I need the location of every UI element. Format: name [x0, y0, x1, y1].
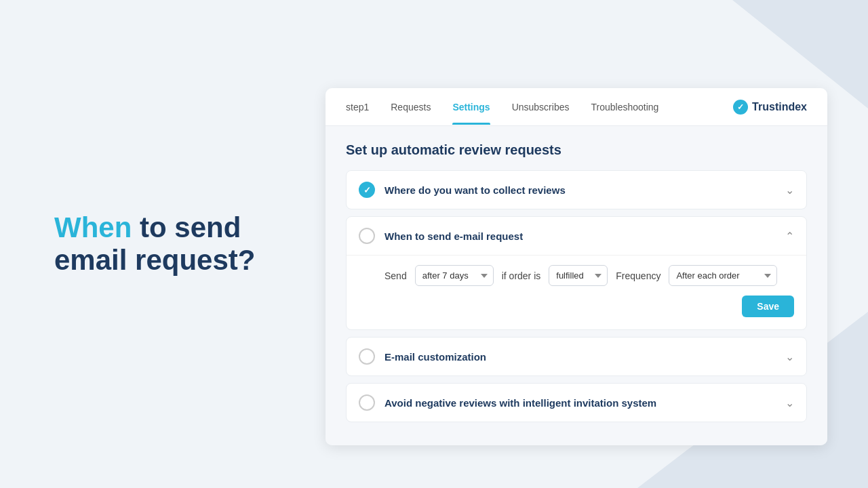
main-card: step1 Requests Settings Unsubscribes Tro… [326, 88, 827, 445]
accordion-item-2: When to send e-mail request ⌃ Send after… [346, 216, 807, 330]
nav-dashboard[interactable]: step1 [346, 89, 369, 125]
save-button[interactable]: Save [742, 296, 794, 317]
nav-bar: step1 Requests Settings Unsubscribes Tro… [326, 88, 827, 126]
content-area: Set up automatic review requests Where d… [326, 126, 827, 445]
logo-icon: ✓ [733, 100, 748, 115]
nav-requests[interactable]: Requests [391, 89, 431, 125]
accordion-item-3: E-mail customization ⌄ [346, 337, 807, 376]
accordion-header-4[interactable]: Avoid negative reviews with intelligent … [347, 384, 806, 422]
send-row: Send after 7 days after 3 days after 14 … [384, 265, 794, 286]
headline-block: When to send email request? [54, 211, 292, 277]
section-title: Set up automatic review requests [346, 142, 807, 158]
nav-unsubscribes[interactable]: Unsubscribes [512, 89, 570, 125]
chevron-down-icon-3: ⌄ [785, 350, 794, 363]
nav-links: step1 Requests Settings Unsubscribes Tro… [346, 89, 733, 125]
chevron-down-icon-4: ⌄ [785, 396, 794, 409]
step-icon-3 [359, 348, 375, 365]
chevron-down-icon-1: ⌄ [785, 184, 794, 197]
send-label: Send [384, 270, 407, 281]
after-days-select[interactable]: after 7 days after 3 days after 14 days … [415, 265, 494, 286]
accordion-item-4: Avoid negative reviews with intelligent … [346, 383, 807, 422]
accordion-item-1: Where do you want to collect reviews ⌄ [346, 170, 807, 209]
headline-part2: to send [132, 211, 241, 243]
accordion-label-3: E-mail customization [384, 351, 785, 363]
fulfilled-select[interactable]: fulfilled pending shipped [549, 265, 608, 286]
step-icon-1 [359, 182, 375, 198]
save-row: Save [384, 296, 794, 317]
chevron-up-icon-2: ⌃ [785, 230, 794, 243]
nav-settings[interactable]: Settings [452, 89, 490, 125]
frequency-label: Frequency [616, 270, 660, 281]
step-icon-4 [359, 394, 375, 411]
logo: ✓ Trustindex [733, 100, 807, 115]
accordion-label-1: Where do you want to collect reviews [384, 184, 785, 196]
nav-troubleshooting[interactable]: Troubleshooting [591, 89, 658, 125]
accordion-label-2: When to send e-mail request [384, 230, 785, 242]
if-order-is-label: if order is [502, 270, 541, 281]
headline-highlight: When [54, 211, 132, 243]
step-icon-2 [359, 228, 375, 244]
accordion-body-2: Send after 7 days after 3 days after 14 … [347, 255, 806, 329]
accordion-header-1[interactable]: Where do you want to collect reviews ⌄ [347, 171, 806, 209]
headline-line2: email request? [54, 244, 255, 276]
logo-text: Trustindex [752, 101, 807, 113]
accordion-label-4: Avoid negative reviews with intelligent … [384, 397, 785, 409]
accordion-header-2[interactable]: When to send e-mail request ⌃ [347, 217, 806, 255]
frequency-select[interactable]: After each order Once per customer Once … [669, 265, 777, 286]
accordion-header-3[interactable]: E-mail customization ⌄ [347, 338, 806, 375]
